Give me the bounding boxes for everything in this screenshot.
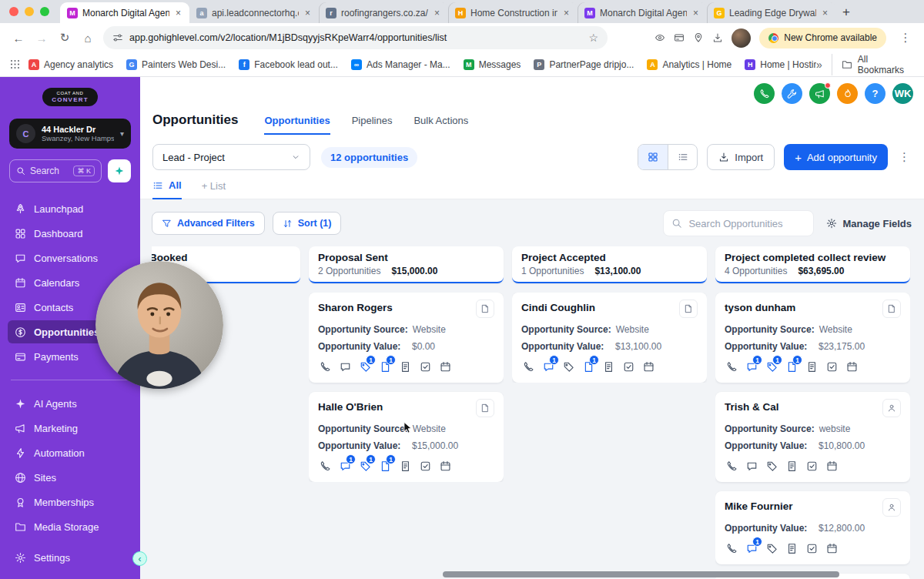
- tag-icon[interactable]: [561, 360, 576, 374]
- downloads-icon[interactable]: [712, 32, 723, 43]
- task-icon[interactable]: [418, 360, 433, 374]
- help-icon[interactable]: ?: [865, 83, 886, 104]
- opportunity-card[interactable]: Cindi Coughlin Opportunity Source: Websi…: [512, 293, 707, 383]
- new-tab-button[interactable]: +: [842, 5, 850, 18]
- browser-tab[interactable]: a api.leadconnectorhq.co... ×: [189, 2, 319, 23]
- tag-icon[interactable]: 1: [358, 360, 373, 374]
- card-action-button[interactable]: [882, 498, 901, 517]
- sidebar-item-dashboard[interactable]: Dashboard: [8, 222, 132, 245]
- phone-icon[interactable]: [318, 459, 333, 474]
- tab-opportunities[interactable]: Opportunities: [264, 115, 330, 135]
- tag-icon[interactable]: [765, 541, 779, 556]
- sidebar-item-memberships[interactable]: Memberships: [8, 490, 132, 514]
- task-icon[interactable]: [825, 360, 839, 374]
- browser-tab[interactable]: G Leading Edge Drywall a... ×: [707, 2, 836, 23]
- tab-bulk-actions[interactable]: Bulk Actions: [413, 115, 468, 135]
- chat-icon[interactable]: 1: [745, 541, 759, 556]
- whats-new-icon[interactable]: [837, 83, 858, 104]
- bookmark-item[interactable]: H Home | Hostinger: [745, 59, 816, 70]
- task-icon[interactable]: [621, 360, 636, 374]
- tab-close-icon[interactable]: ×: [691, 8, 700, 18]
- browser-menu-icon[interactable]: ⋮: [895, 27, 916, 49]
- tab-close-icon[interactable]: ×: [433, 8, 441, 18]
- doc-icon[interactable]: [785, 459, 799, 474]
- bookmark-item[interactable]: G Painters Web Desi...: [126, 59, 226, 70]
- opportunity-card[interactable]: tyson dunham Opportunity Source: Website…: [715, 293, 910, 383]
- tag-icon[interactable]: 1: [358, 459, 373, 474]
- calendar-icon[interactable]: [825, 541, 839, 556]
- bookmark-item[interactable]: A Analytics | Home: [647, 59, 732, 70]
- opportunity-card[interactable]: Halle O'Brien Opportunity Source: Websit…: [309, 392, 504, 482]
- doc-icon[interactable]: [398, 360, 413, 374]
- call-icon[interactable]: [754, 83, 775, 104]
- bookmark-item[interactable]: P PartnerPage dripjo...: [534, 59, 634, 70]
- note-icon[interactable]: 1: [378, 459, 393, 474]
- chrome-update-button[interactable]: New Chrome available: [759, 28, 886, 49]
- note-icon[interactable]: 1: [378, 360, 393, 374]
- phone-icon[interactable]: [725, 541, 739, 556]
- ai-assistant-button[interactable]: [108, 159, 131, 182]
- doc-icon[interactable]: [805, 360, 819, 374]
- calendar-icon[interactable]: [641, 360, 656, 374]
- location-switcher[interactable]: C 44 Hackler Dr Swanzey, New Hamps... ▾: [9, 119, 131, 149]
- tab-close-icon[interactable]: ×: [174, 8, 182, 18]
- column-header[interactable]: Proposal Sent 2 Opportunities $15,000.00: [309, 246, 504, 283]
- preview-icon[interactable]: [654, 32, 665, 43]
- forward-icon[interactable]: →: [31, 27, 52, 49]
- task-icon[interactable]: [805, 459, 819, 474]
- sidebar-item-sites[interactable]: Sites: [8, 466, 132, 489]
- refresh-icon[interactable]: ↻: [54, 27, 75, 49]
- phone-icon[interactable]: [318, 360, 333, 374]
- doc-icon[interactable]: [601, 360, 616, 374]
- calendar-icon[interactable]: [845, 360, 859, 374]
- bookmark-item[interactable]: M Messages: [464, 59, 521, 70]
- grid-view-button[interactable]: [638, 145, 668, 169]
- profile-avatar[interactable]: [732, 28, 751, 48]
- sidebar-item-marketing[interactable]: Marketing: [8, 417, 132, 440]
- bookmarks-overflow-icon[interactable]: »: [816, 59, 822, 71]
- sidebar-item-media-storage[interactable]: Media Storage: [8, 515, 132, 538]
- sidebar-item-settings[interactable]: Settings: [8, 546, 132, 569]
- task-icon[interactable]: [418, 459, 433, 474]
- chat-icon[interactable]: 1: [541, 360, 556, 374]
- announcements-icon[interactable]: [809, 83, 830, 104]
- sidebar-item-ai-agents[interactable]: AI Agents: [8, 392, 132, 415]
- calendar-icon[interactable]: [825, 459, 839, 474]
- sidebar-search[interactable]: Search ⌘ K: [9, 159, 102, 182]
- maximize-window-button[interactable]: [40, 7, 49, 16]
- card-action-button[interactable]: [476, 399, 494, 417]
- tab-add-list[interactable]: + List: [202, 180, 226, 199]
- task-icon[interactable]: [805, 541, 819, 556]
- opportunity-card[interactable]: Sharon Rogers Opportunity Source: Websit…: [309, 293, 504, 383]
- phone-icon[interactable]: [725, 360, 739, 374]
- sidebar-collapse-button[interactable]: ‹: [132, 551, 147, 566]
- card-action-button[interactable]: [476, 300, 494, 318]
- tab-close-icon[interactable]: ×: [821, 8, 829, 18]
- doc-icon[interactable]: [398, 459, 413, 474]
- user-avatar[interactable]: WK: [892, 83, 913, 104]
- column-header[interactable]: Project completed collect review 4 Oppor…: [715, 246, 910, 283]
- home-icon[interactable]: ⌂: [77, 27, 99, 49]
- apps-grid-icon[interactable]: [9, 59, 21, 70]
- tab-close-icon[interactable]: ×: [562, 8, 571, 18]
- location-pin-icon[interactable]: [693, 32, 704, 43]
- minimize-window-button[interactable]: [25, 7, 34, 16]
- tab-close-icon[interactable]: ×: [303, 8, 312, 18]
- opportunity-card[interactable]: Trish & Cal Opportunity Source: website …: [715, 392, 910, 482]
- note-icon[interactable]: 1: [581, 360, 596, 374]
- tools-icon[interactable]: [782, 83, 802, 104]
- bookmark-item[interactable]: A Agency analytics: [28, 59, 113, 70]
- manage-fields-button[interactable]: Manage Fields: [826, 218, 912, 229]
- search-opportunities-input[interactable]: [688, 218, 805, 229]
- chat-icon[interactable]: [745, 459, 759, 474]
- phone-icon[interactable]: [521, 360, 536, 374]
- bookmark-item[interactable]: ∞ Ads Manager - Ma...: [351, 59, 450, 70]
- tab-all[interactable]: All: [152, 179, 182, 199]
- back-icon[interactable]: ←: [8, 27, 29, 49]
- calendar-icon[interactable]: [438, 360, 453, 374]
- browser-tab[interactable]: M Monarch Digital Agency ×: [578, 2, 707, 23]
- add-opportunity-button[interactable]: + Add opportunity: [784, 144, 888, 170]
- import-button[interactable]: Import: [707, 144, 775, 170]
- card-action-button[interactable]: [882, 300, 901, 318]
- browser-tab[interactable]: r roofingrangers.co.za/ho... ×: [319, 2, 448, 23]
